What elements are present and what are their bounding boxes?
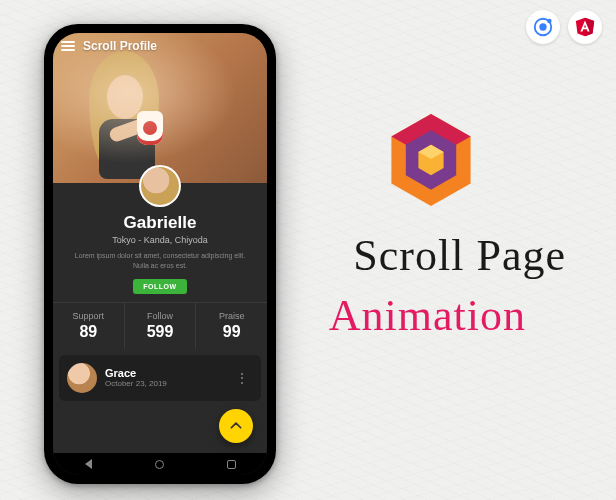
list-item-date: October 23, 2019: [105, 379, 223, 388]
marketing-title-2: Animation: [329, 290, 526, 341]
nav-back-icon[interactable]: [85, 459, 92, 469]
chevron-up-icon: [229, 419, 243, 433]
stat-label: Follow: [125, 311, 196, 321]
nav-recent-icon[interactable]: [227, 460, 236, 469]
menu-icon[interactable]: [61, 41, 75, 51]
nav-home-icon[interactable]: [155, 460, 164, 469]
phone-screen: Scroll Profile Gabrielle Tokyo - Kanda, …: [53, 33, 267, 475]
fab-button[interactable]: [219, 409, 253, 443]
hex-cube-logo-icon: [386, 110, 476, 214]
angular-logo-icon: [568, 10, 602, 44]
marketing-title-1: Scroll Page: [353, 230, 566, 281]
stat-follow[interactable]: Follow 599: [125, 303, 197, 349]
svg-point-1: [539, 23, 546, 30]
svg-point-2: [547, 19, 551, 23]
profile-bio: Lorem ipsum dolor sit amet, consectetur …: [65, 251, 255, 271]
profile-avatar[interactable]: [139, 165, 181, 207]
ionic-logo-icon: [526, 10, 560, 44]
stat-label: Praise: [196, 311, 267, 321]
hero-person-image: [59, 51, 169, 183]
framework-badges: [526, 10, 602, 44]
stat-value: 99: [196, 323, 267, 341]
list-item-name: Grace: [105, 367, 223, 379]
list-item[interactable]: Grace October 23, 2019 ⋮: [59, 355, 261, 401]
profile-stats: Support 89 Follow 599 Praise 99: [53, 302, 267, 349]
stat-value: 599: [125, 323, 196, 341]
follow-button[interactable]: FOLLOW: [133, 279, 186, 294]
phone-frame: Scroll Profile Gabrielle Tokyo - Kanda, …: [44, 24, 276, 484]
stat-label: Support: [53, 311, 124, 321]
stat-support[interactable]: Support 89: [53, 303, 125, 349]
profile-hero-image: Scroll Profile: [53, 33, 267, 183]
android-navbar: [53, 453, 267, 475]
stat-value: 89: [53, 323, 124, 341]
list-item-avatar: [67, 363, 97, 393]
stat-praise[interactable]: Praise 99: [196, 303, 267, 349]
more-icon[interactable]: ⋮: [231, 370, 253, 386]
app-header-title: Scroll Profile: [83, 39, 157, 53]
app-topbar: Scroll Profile: [61, 39, 259, 53]
profile-name: Gabrielle: [65, 213, 255, 233]
profile-location: Tokyo - Kanda, Chiyoda: [65, 235, 255, 245]
